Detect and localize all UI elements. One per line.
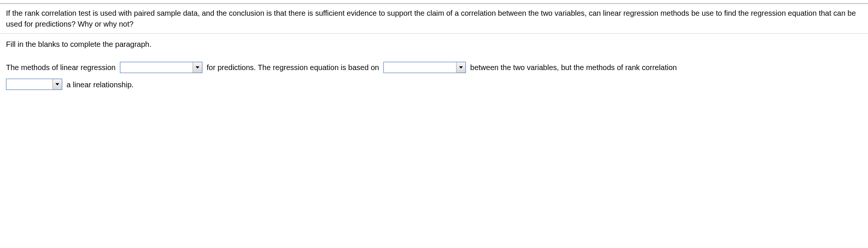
- answer-block: Fill in the blanks to complete the parag…: [0, 34, 868, 98]
- chevron-down-icon: [196, 66, 199, 69]
- instruction-text: Fill in the blanks to complete the parag…: [6, 39, 862, 49]
- dropdown-3[interactable]: [6, 79, 62, 90]
- dropdown-2[interactable]: [383, 62, 466, 73]
- fill-in-paragraph: The methods of linear regression for pre…: [6, 58, 862, 93]
- segment-1: The methods of linear regression: [6, 63, 115, 72]
- dropdown-1[interactable]: [120, 62, 202, 73]
- svg-marker-0: [196, 66, 199, 69]
- chevron-down-icon: [55, 82, 59, 86]
- question-text: If the rank correlation test is used wit…: [6, 9, 856, 28]
- segment-4: a linear relationship.: [67, 80, 134, 88]
- chevron-down-icon: [459, 66, 463, 69]
- segment-2: for predictions. The regression equation…: [207, 63, 379, 72]
- dropdown-2-button[interactable]: [456, 62, 465, 73]
- svg-marker-2: [55, 83, 59, 85]
- segment-3: between the two variables, but the metho…: [470, 63, 677, 72]
- dropdown-1-button[interactable]: [193, 62, 202, 73]
- question-block: If the rank correlation test is used wit…: [0, 4, 868, 34]
- dropdown-3-button[interactable]: [52, 79, 62, 90]
- svg-marker-1: [459, 66, 463, 69]
